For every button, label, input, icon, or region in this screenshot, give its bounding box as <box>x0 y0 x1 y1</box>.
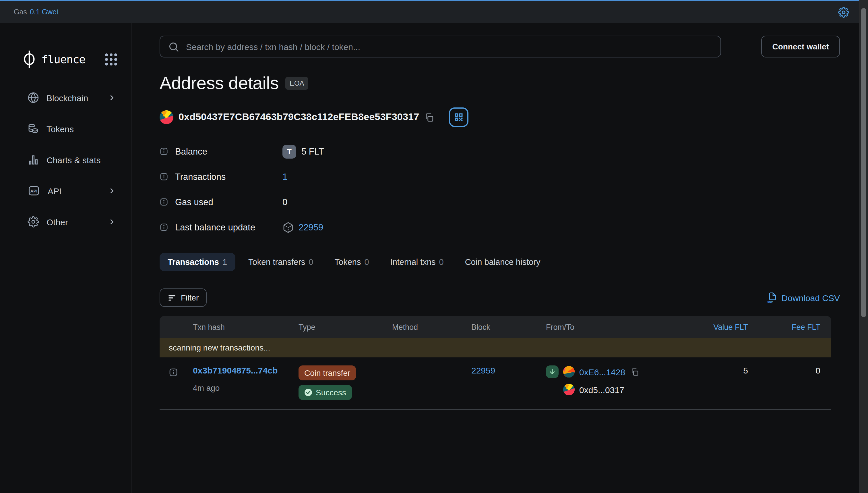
tab-coin-balance-history[interactable]: Coin balance history <box>457 253 549 271</box>
copy-from-address-icon[interactable] <box>630 367 639 376</box>
last-balance-update-block-link[interactable]: 22959 <box>298 222 323 232</box>
tab-label: Coin balance history <box>465 257 541 266</box>
apps-grid-icon[interactable] <box>105 53 117 65</box>
info-icon[interactable] <box>160 172 168 181</box>
sidebar-item-api[interactable]: API API <box>0 179 131 202</box>
tab-label: Transactions <box>168 257 219 266</box>
search-bar[interactable] <box>160 36 721 58</box>
page-title: Address details <box>160 73 279 94</box>
sidebar: fluence Blockchain Tokens <box>0 23 132 493</box>
to-address: 0xd5...0317 <box>579 385 624 394</box>
detail-row-balance: Balance T 5 FLT <box>160 142 840 161</box>
address-avatar <box>160 110 174 124</box>
scrollbar-track[interactable] <box>859 0 868 493</box>
fluence-logo[interactable]: fluence <box>23 50 85 68</box>
sidebar-item-blockchain[interactable]: Blockchain <box>0 86 131 109</box>
svg-text:API: API <box>30 189 37 193</box>
txn-info-icon[interactable] <box>169 368 178 377</box>
txn-type-badge: Coin transfer <box>298 365 356 380</box>
to-avatar <box>563 384 575 395</box>
tab-count: 1 <box>223 257 227 266</box>
download-csv-label: Download CSV <box>782 293 840 302</box>
txn-status-badge: Success <box>298 385 352 400</box>
tab-transactions[interactable]: Transactions1 <box>160 253 235 271</box>
info-icon[interactable] <box>160 223 168 232</box>
gas-tracker: Gas 0.1 Gwei <box>14 8 58 16</box>
block-cube-icon <box>282 221 294 233</box>
app-root: Gas 0.1 Gwei fluence Blockchain <box>0 0 868 493</box>
col-from-to: From/To <box>546 323 699 331</box>
chevron-right-icon <box>108 218 116 226</box>
detail-label: Transactions <box>175 172 226 182</box>
detail-label: Gas used <box>175 197 213 207</box>
sidebar-item-label: Tokens <box>46 124 74 134</box>
sidebar-item-label: Other <box>46 217 68 227</box>
tab-token-transfers[interactable]: Token transfers0 <box>240 253 321 271</box>
filter-button[interactable]: Filter <box>160 288 207 307</box>
detail-row-gas-used: Gas used 0 <box>160 192 840 211</box>
scrollbar-thumb[interactable] <box>861 8 866 317</box>
scanning-text: scanning new transactions... <box>169 343 270 352</box>
tab-count: 0 <box>364 257 369 266</box>
settings-gear-icon[interactable] <box>838 7 849 18</box>
gas-used-value: 0 <box>282 197 287 207</box>
col-method: Method <box>392 323 471 331</box>
address-hash: 0xd50437E7CB67463b79C38c112eFEB8ee53F303… <box>179 111 419 123</box>
address-details-list: Balance T 5 FLT Transactions 1 <box>160 142 840 237</box>
txn-to: 0xd5...0317 <box>563 384 699 395</box>
tab-tokens[interactable]: Tokens0 <box>327 253 377 271</box>
filter-label: Filter <box>181 293 199 302</box>
main-content: Connect wallet Address details EOA 0xd50… <box>132 23 868 493</box>
chevron-right-icon <box>108 187 116 195</box>
qr-code-button[interactable] <box>449 107 469 127</box>
in-arrow-icon <box>546 365 558 378</box>
qr-code-icon <box>454 112 464 122</box>
fluence-phi-icon <box>23 50 36 68</box>
gear-icon <box>27 216 39 228</box>
globe-icon <box>27 92 39 103</box>
bar-chart-icon <box>27 154 39 166</box>
tab-internal-txns[interactable]: Internal txns0 <box>382 253 452 271</box>
filter-icon <box>168 293 176 302</box>
search-input[interactable] <box>185 41 712 52</box>
sidebar-item-charts[interactable]: Charts & stats <box>0 148 131 171</box>
tab-bar: Transactions1 Token transfers0 Tokens0 I… <box>160 253 840 271</box>
api-icon: API <box>27 185 40 197</box>
transactions-table: Txn hash Type Method Block From/To Value… <box>160 316 831 410</box>
txn-hash-link[interactable]: 0x3b71904875...74cb <box>193 365 278 375</box>
copy-address-icon[interactable] <box>424 112 434 122</box>
download-csv-link[interactable]: csv Download CSV <box>767 292 840 303</box>
col-fee-flt[interactable]: Fee FLT <box>748 323 820 331</box>
detail-label: Last balance update <box>175 222 255 232</box>
info-icon[interactable] <box>160 147 168 156</box>
sidebar-item-other[interactable]: Other <box>0 210 131 233</box>
sidebar-item-tokens[interactable]: Tokens <box>0 117 131 140</box>
sidebar-nav: Blockchain Tokens Charts & stats API <box>0 86 131 233</box>
txn-status-label: Success <box>316 388 346 397</box>
info-icon[interactable] <box>160 198 168 206</box>
transactions-count-link[interactable]: 1 <box>282 172 287 182</box>
col-block: Block <box>471 323 546 331</box>
col-value-flt[interactable]: Value FLT <box>699 323 748 331</box>
tab-count: 0 <box>309 257 313 266</box>
txn-fee: 0 <box>748 365 820 375</box>
col-txn-hash: Txn hash <box>193 323 298 331</box>
from-address-link[interactable]: 0xE6...1428 <box>579 367 625 377</box>
token-icon: T <box>282 145 296 158</box>
tab-label: Tokens <box>335 257 361 266</box>
sidebar-item-label: Charts & stats <box>46 155 100 165</box>
txn-block-link[interactable]: 22959 <box>471 365 495 375</box>
detail-label: Balance <box>175 146 207 156</box>
search-icon <box>168 41 179 52</box>
connect-wallet-button[interactable]: Connect wallet <box>761 36 840 58</box>
detail-row-last-balance-update: Last balance update 22959 <box>160 218 840 237</box>
gas-label: Gas <box>14 8 27 16</box>
detail-row-transactions: Transactions 1 <box>160 167 840 186</box>
balance-value: 5 FLT <box>301 146 324 156</box>
csv-file-icon: csv <box>767 292 778 303</box>
tab-label: Token transfers <box>248 257 305 266</box>
logo-text: fluence <box>41 53 85 65</box>
txn-from: 0xE6...1428 <box>546 365 699 378</box>
txn-age: 4m ago <box>193 383 298 392</box>
top-bar: Gas 0.1 Gwei <box>0 1 868 23</box>
